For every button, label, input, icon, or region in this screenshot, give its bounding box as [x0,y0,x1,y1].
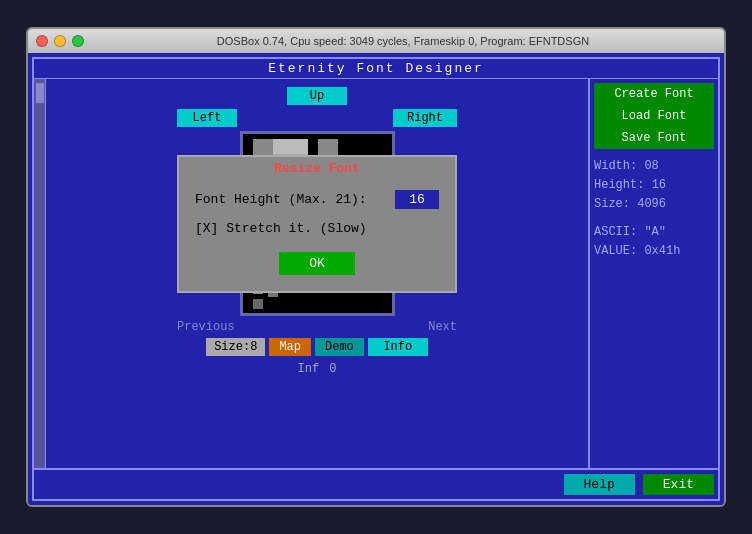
scroll-thumb[interactable] [36,83,44,103]
ascii-info: ASCII: "A" [594,223,714,242]
resize-font-modal: Resize Font Font Height (Max. 21): [X] S… [177,155,457,293]
bottom-buttons: Size:8 Map Demo Info [206,334,428,360]
help-button[interactable]: Help [564,474,635,495]
dos-window: DOSBox 0.74, Cpu speed: 3049 cycles, Fra… [26,27,726,507]
nav-up-container: Up [287,87,347,105]
right-button[interactable]: Right [393,109,457,127]
close-button[interactable] [36,35,48,47]
modal-body: Font Height (Max. 21): [X] Stretch it. (… [179,180,455,291]
font-height-input[interactable] [395,190,439,209]
inner-border: Eternity Font Designer Up Left Right [32,57,720,501]
width-label: Width: [594,159,637,173]
ascii-label: ASCII: [594,225,637,239]
load-font-button[interactable]: Load Font [594,105,714,127]
right-info: Width: 08 Height: 16 Size: 4096 [594,157,714,215]
width-val: 08 [644,159,658,173]
size-val2: 4096 [637,197,666,211]
left-scrollbar [34,79,46,468]
ok-wrap: OK [195,252,439,275]
size-info: Size: 4096 [594,195,714,214]
height-val: 16 [652,178,666,192]
title-bar: DOSBox 0.74, Cpu speed: 3049 cycles, Fra… [28,29,724,53]
left-button[interactable]: Left [177,109,237,127]
up-button[interactable]: Up [287,87,347,105]
value-info: VALUE: 0x41h [594,242,714,261]
inf-label: Inf [298,362,320,376]
map-button[interactable]: Map [269,338,311,356]
exit-button[interactable]: Exit [643,474,714,495]
maximize-button[interactable] [72,35,84,47]
demo-button[interactable]: Demo [315,338,364,356]
size-val: 8 [250,340,257,354]
ascii-val: "A" [644,225,666,239]
info-button[interactable]: Info [368,338,428,356]
font-height-label: Font Height (Max. 21): [195,192,395,207]
inf-val: 0 [329,362,336,376]
value-label: VALUE: [594,244,637,258]
modal-title: Resize Font [179,157,455,180]
height-label: Height: [594,178,644,192]
save-font-button[interactable]: Save Font [594,127,714,149]
inf-display: Inf 0 [298,362,337,376]
next-label: Next [428,320,457,334]
minimize-button[interactable] [54,35,66,47]
left-panel: Up Left Right [46,79,588,468]
app-title: Eternity Font Designer [34,59,718,79]
nav-lr-container: Left Right [177,109,457,127]
width-info: Width: 08 [594,157,714,176]
size-label2: Size: [594,197,630,211]
value-val: 0x41h [644,244,680,258]
window-body: Eternity Font Designer Up Left Right [28,53,724,505]
bottom-bar: Help Exit [34,468,718,499]
height-info: Height: 16 [594,176,714,195]
modal-overlay: Resize Font Font Height (Max. 21): [X] S… [177,131,457,316]
ok-button[interactable]: OK [279,252,355,275]
size-button[interactable]: Size:8 [206,338,265,356]
size-label: Size: [214,340,250,354]
font-height-row: Font Height (Max. 21): [195,190,439,209]
create-font-button[interactable]: Create Font [594,83,714,105]
main-area: Up Left Right [34,79,718,468]
right-buttons-group: Create Font Load Font Save Font [594,83,714,149]
right-info2: ASCII: "A" VALUE: 0x41h [594,223,714,261]
stretch-label: [X] Stretch it. (Slow) [195,221,367,236]
stretch-row: [X] Stretch it. (Slow) [195,221,439,236]
prev-next-nav: Previous Next [177,320,457,334]
title-bar-text: DOSBox 0.74, Cpu speed: 3049 cycles, Fra… [90,35,716,47]
previous-label: Previous [177,320,235,334]
right-panel: Create Font Load Font Save Font Width: 0… [588,79,718,468]
